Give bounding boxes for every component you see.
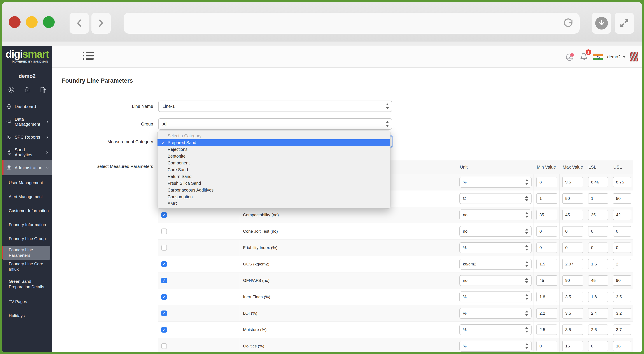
sidebar-subitem-holidays[interactable]: Holidays (2, 309, 52, 323)
url-bar[interactable] (124, 13, 580, 34)
row-checkbox[interactable] (161, 343, 167, 349)
usl-input[interactable] (613, 210, 631, 220)
profile-icon[interactable] (8, 86, 15, 93)
sidebar-item-sand-analytics[interactable]: Sand Analytics (2, 145, 52, 160)
usl-input[interactable] (613, 177, 631, 187)
dropdown-option[interactable]: Component (158, 160, 390, 166)
unit-select[interactable]: C (460, 193, 532, 204)
min-value-input[interactable] (536, 341, 558, 351)
usl-input[interactable] (613, 325, 631, 335)
max-value-input[interactable] (562, 226, 583, 237)
dropdown-option[interactable]: Select a Category (158, 132, 390, 139)
dropdown-option[interactable]: Consumption (158, 194, 390, 200)
min-value-input[interactable] (536, 177, 558, 187)
sidebar-item-administration[interactable]: Administration (2, 160, 52, 175)
max-value-input[interactable] (562, 325, 583, 335)
min-value-input[interactable] (536, 210, 558, 220)
usl-input[interactable] (613, 243, 631, 253)
notifications-button[interactable]: 1 (579, 52, 588, 62)
lsl-input[interactable] (588, 341, 608, 351)
row-checkbox[interactable] (161, 245, 167, 251)
sidebar-subitem-foundry-line-core-influx[interactable]: Foundry Line Core Influx (2, 260, 52, 274)
row-checkbox[interactable]: ✓ (161, 212, 167, 218)
lsl-input[interactable] (588, 193, 608, 204)
dropdown-option[interactable]: Core Sand (158, 166, 390, 173)
max-value-input[interactable] (562, 243, 583, 253)
max-value-input[interactable] (562, 292, 583, 302)
sidebar-subitem-foundry-line-group[interactable]: Foundry Line Group (2, 232, 52, 246)
usl-input[interactable] (613, 341, 631, 351)
row-checkbox[interactable]: ✓ (161, 294, 167, 300)
sidebar-subitem-green-sand-preparation-details[interactable]: Green Sand Preparation Details (2, 274, 52, 295)
usl-input[interactable] (613, 308, 631, 319)
min-value-input[interactable] (536, 275, 558, 286)
unit-select[interactable]: kg/cm2 (460, 259, 532, 270)
back-button[interactable] (70, 13, 89, 34)
lsl-input[interactable] (588, 210, 608, 220)
usl-input[interactable] (613, 226, 631, 237)
usl-input[interactable] (613, 275, 631, 286)
max-value-input[interactable] (562, 308, 583, 319)
row-checkbox[interactable]: ✓ (161, 311, 167, 316)
max-value-input[interactable] (562, 210, 583, 220)
unit-select[interactable]: % (460, 177, 532, 188)
sidebar-subitem-user-management[interactable]: User Management (2, 176, 52, 190)
sidebar-subitem-customer-information[interactable]: Customer Information (2, 204, 52, 218)
row-checkbox[interactable]: ✓ (161, 261, 167, 267)
dropdown-option[interactable]: Carbonaceous Additives (158, 187, 390, 194)
refresh-button[interactable] (563, 17, 574, 28)
max-value-input[interactable] (562, 275, 583, 286)
close-window-button[interactable] (9, 16, 20, 28)
lock-icon[interactable] (24, 86, 30, 93)
sidebar-item-spc-reports[interactable]: SPC Reports (2, 129, 52, 145)
sidebar-subitem-foundry-line-parameters[interactable]: Foundry Line Parameters (2, 246, 50, 260)
dropdown-option[interactable]: Rejections (158, 146, 390, 153)
unit-select[interactable]: % (460, 242, 532, 253)
minimize-window-button[interactable] (26, 16, 38, 28)
dropdown-option[interactable]: SMC (158, 200, 390, 207)
lsl-input[interactable] (588, 275, 608, 286)
min-value-input[interactable] (536, 226, 558, 237)
dropdown-option[interactable]: Bentonite (158, 153, 390, 160)
lsl-input[interactable] (588, 325, 608, 335)
dropdown-option[interactable]: ✓ Prepared Sand (158, 139, 390, 146)
min-value-input[interactable] (536, 308, 558, 319)
usl-input[interactable] (613, 259, 631, 269)
lsl-input[interactable] (588, 243, 608, 253)
logout-icon[interactable] (40, 86, 46, 93)
sidebar-subitem-tv-pages[interactable]: TV Pages (2, 295, 52, 309)
min-value-input[interactable] (536, 292, 558, 302)
max-value-input[interactable] (562, 341, 583, 351)
lsl-input[interactable] (588, 226, 608, 237)
max-value-input[interactable] (562, 259, 583, 269)
usl-input[interactable] (613, 193, 631, 204)
lsl-input[interactable] (588, 308, 608, 319)
dropdown-option[interactable]: Return Sand (158, 173, 390, 180)
unit-select[interactable]: % (460, 324, 532, 335)
lsl-input[interactable] (588, 177, 608, 187)
max-value-input[interactable] (562, 177, 583, 187)
sidebar-toggle-button[interactable] (83, 52, 94, 62)
lsl-input[interactable] (588, 259, 608, 269)
dropdown-option[interactable]: Fresh Silica Sand (158, 180, 390, 187)
unit-select[interactable]: no (460, 209, 532, 220)
unit-select[interactable]: % (460, 292, 532, 302)
row-checkbox[interactable] (161, 229, 167, 234)
unit-select[interactable]: % (460, 341, 532, 352)
row-checkbox[interactable]: ✓ (161, 278, 167, 283)
line-name-select[interactable]: Line-1 (158, 101, 392, 112)
lsl-input[interactable] (588, 292, 608, 302)
row-checkbox[interactable]: ✓ (161, 327, 167, 333)
zoom-window-button[interactable] (43, 16, 55, 28)
unit-select[interactable]: no (460, 226, 532, 237)
sidebar-item-dashboard[interactable]: Dashboard (2, 99, 52, 114)
unit-select[interactable]: no (460, 275, 532, 286)
max-value-input[interactable] (562, 193, 583, 204)
group-select[interactable]: All (158, 118, 392, 130)
min-value-input[interactable] (536, 193, 558, 204)
unit-select[interactable]: % (460, 308, 532, 319)
sidebar-item-data-management[interactable]: Data Management (2, 114, 52, 129)
user-menu[interactable]: demo2 (607, 54, 626, 59)
usl-input[interactable] (613, 292, 631, 302)
min-value-input[interactable] (536, 259, 558, 269)
